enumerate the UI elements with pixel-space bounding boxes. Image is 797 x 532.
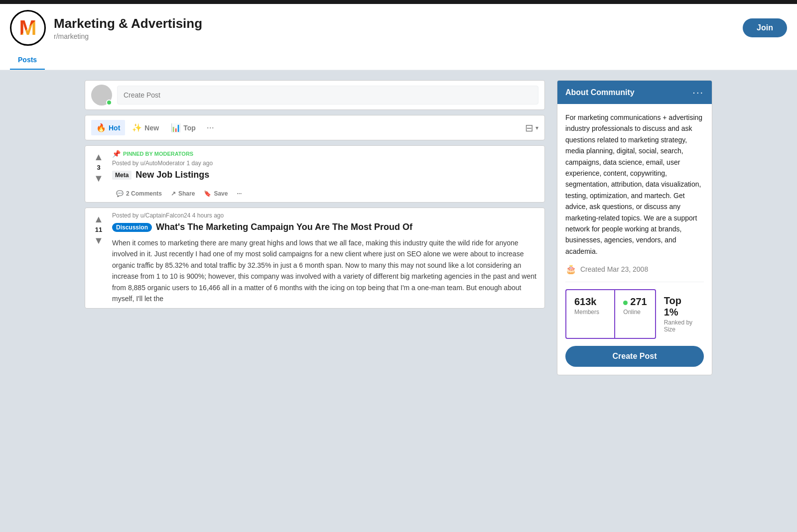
post-title-2[interactable]: What's The Marketing Campaign You Are Th…	[156, 222, 412, 232]
sort-more-button[interactable]: ···	[203, 119, 218, 136]
post-body: When it comes to marketing there are man…	[112, 237, 540, 304]
stats-row: 613k Members 271 Online Top 1% Ranked by…	[565, 289, 704, 339]
online-label: Online	[623, 309, 647, 316]
save-label: Save	[214, 190, 228, 197]
members-count: 613k	[574, 296, 606, 308]
comments-button[interactable]: 💬 2 Comments	[112, 187, 166, 200]
post-card: ▲ 3 ▼ 📌 PINNED BY MODERATORS Posted by u…	[85, 145, 545, 203]
comments-icon: 💬	[116, 190, 124, 197]
page-title: Marketing & Advertising	[54, 16, 735, 31]
pin-icon: 📌	[112, 150, 121, 158]
avatar	[91, 85, 112, 106]
comments-label: 2 Comments	[126, 190, 162, 197]
main-feed: 🔥 Hot ✨ New 📊 Top ··· ⊟ ▾ ▲	[85, 80, 545, 309]
online-stat: 271 Online	[614, 289, 656, 339]
vote-col-2: ▲ 11 ▼	[89, 212, 108, 245]
members-stat: 613k Members	[565, 289, 614, 339]
post-content-2: Posted by u/CaptainFalcon24 4 hours ago …	[112, 212, 540, 308]
vote-count-2: 11	[95, 226, 102, 233]
created-date: 🎂 Created Mar 23, 2008	[565, 264, 704, 275]
divider	[565, 282, 704, 282]
vote-col: ▲ 3 ▼	[89, 150, 108, 183]
top-bar	[0, 0, 797, 4]
post-meta: Posted by u/AutoModerator 1 day ago	[112, 160, 540, 167]
rank-label: Ranked by Size	[664, 319, 696, 333]
new-icon: ✨	[132, 123, 142, 132]
save-button[interactable]: 🔖 Save	[200, 187, 232, 200]
share-button[interactable]: ↗ Share	[167, 187, 199, 200]
top-icon: 📊	[171, 123, 181, 132]
sort-new-label: New	[144, 124, 159, 132]
created-label: Created Mar 23, 2008	[580, 265, 648, 273]
sidebar-body: For marketing communications + advertisi…	[557, 104, 712, 375]
ellipsis-icon: ···	[237, 190, 242, 197]
post-meta-2: Posted by u/CaptainFalcon24 4 hours ago	[112, 212, 540, 219]
sort-hot-label: Hot	[109, 124, 120, 132]
upvote-arrow[interactable]: ▲	[94, 152, 104, 162]
view-toggle[interactable]: ⊟ ▾	[525, 122, 538, 134]
about-community-title: About Community	[565, 88, 635, 97]
sidebar-more-icon[interactable]: ···	[692, 87, 704, 98]
community-description: For marketing communications + advertisi…	[565, 112, 704, 257]
rank-stat: Top 1% Ranked by Size	[656, 289, 704, 339]
bookmark-icon: 🔖	[204, 190, 211, 197]
subreddit-icon: M	[10, 10, 46, 46]
create-post-box	[85, 80, 545, 110]
online-status-dot	[106, 100, 112, 106]
about-community-card: About Community ··· For marketing commun…	[557, 80, 712, 375]
post-content: 📌 PINNED BY MODERATORS Posted by u/AutoM…	[112, 150, 540, 202]
members-label: Members	[574, 309, 606, 316]
share-icon: ↗	[171, 190, 176, 197]
sidebar: About Community ··· For marketing commun…	[557, 80, 712, 375]
vote-count: 3	[97, 164, 100, 171]
subreddit-name: r/marketing	[54, 32, 735, 40]
hot-icon: 🔥	[96, 123, 106, 132]
tab-posts[interactable]: Posts	[10, 51, 45, 70]
post-flair-discussion[interactable]: Discussion	[112, 223, 152, 232]
pinned-label: 📌 PINNED BY MODERATORS	[112, 150, 540, 158]
subreddit-icon-letter: M	[19, 16, 37, 40]
create-post-input[interactable]	[117, 86, 538, 105]
chevron-down-icon: ▾	[535, 124, 538, 131]
cake-icon: 🎂	[565, 264, 576, 275]
post-more-button[interactable]: ···	[233, 187, 246, 200]
pinned-text: PINNED BY MODERATORS	[123, 151, 193, 157]
sidebar-header: About Community ···	[557, 81, 712, 104]
rank-value: Top 1%	[664, 295, 696, 318]
post-flair-meta[interactable]: Meta	[112, 171, 132, 180]
share-label: Share	[178, 190, 195, 197]
post-title[interactable]: New Job Listings	[135, 170, 209, 180]
post-actions: 💬 2 Comments ↗ Share 🔖 Save ···	[112, 185, 540, 202]
sort-hot[interactable]: 🔥 Hot	[91, 120, 125, 135]
online-dot	[623, 301, 628, 305]
sidebar-create-post-button[interactable]: Create Post	[565, 346, 704, 367]
downvote-arrow-2[interactable]: ▼	[94, 235, 104, 245]
join-button[interactable]: Join	[743, 18, 787, 37]
post-card-2: ▲ 11 ▼ Posted by u/CaptainFalcon24 4 hou…	[85, 208, 545, 309]
upvote-arrow-2[interactable]: ▲	[94, 214, 104, 224]
online-count: 271	[623, 296, 647, 308]
sort-top[interactable]: 📊 Top	[166, 120, 201, 135]
downvote-arrow[interactable]: ▼	[94, 173, 104, 183]
sort-top-label: Top	[183, 124, 196, 132]
sort-bar: 🔥 Hot ✨ New 📊 Top ··· ⊟ ▾	[85, 115, 545, 140]
header: M Marketing & Advertising r/marketing Jo…	[0, 4, 797, 70]
sort-new[interactable]: ✨ New	[127, 120, 164, 135]
view-toggle-icon: ⊟	[525, 122, 533, 134]
